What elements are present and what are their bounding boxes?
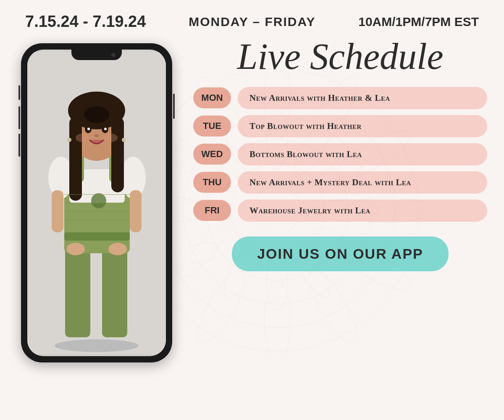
svg-point-5: [254, 186, 301, 234]
phone-vol-up-button: [18, 106, 20, 129]
header: 7.15.24 - 7.19.24 Monday – Friday 10AM/1…: [0, 0, 504, 35]
svg-point-4: [230, 163, 324, 257]
svg-point-2: [183, 116, 371, 304]
svg-point-22: [332, 234, 416, 297]
svg-point-1: [160, 92, 395, 328]
svg-point-31: [55, 339, 139, 352]
svg-point-43: [66, 243, 85, 255]
svg-point-29: [189, 71, 253, 155]
phone-screen: [27, 50, 166, 356]
svg-point-19: [301, 71, 365, 155]
svg-point-50: [84, 106, 109, 123]
svg-point-60: [91, 193, 106, 208]
svg-rect-41: [52, 190, 63, 232]
phone-mockup: [21, 43, 172, 362]
svg-point-57: [105, 134, 118, 142]
svg-point-44: [108, 243, 127, 255]
phone-container: [13, 39, 181, 362]
phone-notch: [71, 50, 122, 60]
svg-point-18: [264, 63, 290, 139]
svg-point-55: [94, 134, 99, 137]
svg-point-58: [67, 138, 71, 142]
phone-mute-button: [18, 85, 20, 100]
person-image: [27, 50, 166, 356]
times-label: 10AM/1PM/7PM EST: [358, 15, 479, 29]
phone-vol-down-button: [18, 134, 20, 157]
svg-rect-48: [69, 117, 82, 201]
days-label: Monday – Friday: [189, 15, 315, 29]
svg-point-0: [136, 69, 418, 351]
svg-rect-42: [130, 190, 142, 232]
svg-point-25: [189, 265, 253, 349]
svg-point-56: [76, 134, 88, 142]
svg-point-59: [122, 138, 126, 142]
phone-power-button: [173, 94, 175, 119]
svg-rect-38: [64, 232, 130, 241]
svg-point-53: [87, 128, 90, 130]
phone-camera: [111, 53, 116, 57]
svg-point-3: [207, 139, 348, 281]
svg-point-23: [301, 265, 365, 349]
svg-point-24: [264, 281, 290, 357]
svg-point-20: [332, 122, 416, 186]
svg-rect-49: [111, 117, 124, 192]
page-content: 7.15.24 - 7.19.24 Monday – Friday 10AM/1…: [0, 0, 504, 420]
svg-point-54: [104, 128, 107, 130]
svg-point-21: [348, 197, 424, 223]
date-range: 7.15.24 - 7.19.24: [25, 13, 146, 31]
